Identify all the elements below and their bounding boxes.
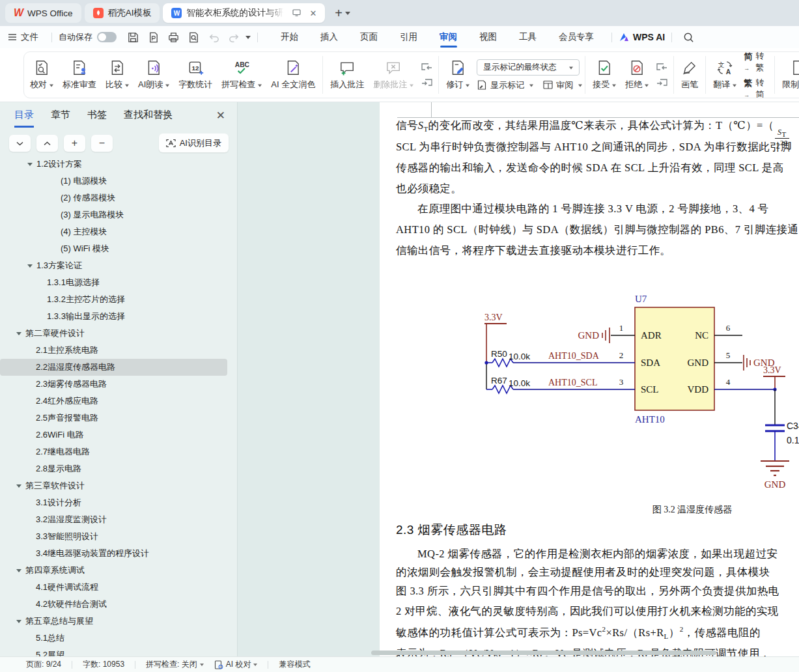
print-preview-icon[interactable] [188,31,200,44]
collapse-arrow-icon[interactable] [16,484,21,490]
ai-polish-button[interactable]: AI 全文润色 [266,59,320,91]
show-markup-button[interactable]: 显示标记 [477,79,533,91]
sidebar-tab[interactable]: 章节 [51,109,70,128]
delete-comment-button[interactable]: 删除批注 [369,59,418,91]
collapse-up-button[interactable] [36,135,58,152]
document-page[interactable]: 信号ST的变化而改变，其结果用温度℃来表示，具体公式计算为：T（℃）=（ST22… [380,102,799,656]
toc-item[interactable]: 第三章软件设计 [0,477,227,494]
menu-tab[interactable]: 工具 [508,26,548,48]
export-pdf-icon[interactable] [147,31,160,44]
collapse-arrow-icon[interactable] [16,569,21,575]
toc-item[interactable]: 2.1主控系统电路 [0,342,227,359]
figure-circuit-diagram[interactable]: U7 AHT10 1 2 3 6 5 4 ADR [469,287,799,495]
to-simplified-button[interactable]: 繁→ 转简 [744,77,764,99]
translate-button[interactable]: 文 A 翻译 [708,59,741,91]
file-menu[interactable]: 文件 [8,31,38,43]
redo-icon[interactable] [228,31,240,44]
sidebar-tab[interactable]: 书签 [87,109,107,128]
to-traditional-button[interactable]: 简→ 转繁 [744,51,764,74]
standard-review-button[interactable]: 标准审查 [58,59,101,91]
undo-icon[interactable] [208,31,220,44]
collapse-arrow-icon[interactable] [27,163,33,169]
toc-item[interactable]: 2.7继电器电路 [0,443,227,460]
toc-item[interactable]: 3.2温湿度监测设计 [0,511,227,528]
autosave-toggle[interactable] [97,32,117,42]
toc-item[interactable]: (5) WiFi 模块 [0,240,227,257]
tab-docer-templates[interactable]: 稻壳AI模板 [85,3,160,23]
ai-read-aloud-button[interactable]: AI朗读 [133,59,174,91]
horizontal-scrollbar-thumb[interactable] [371,651,716,655]
toc-item[interactable]: 3.1设计分析 [0,494,227,511]
menu-tab[interactable]: 审阅 [428,26,468,48]
redo-caret-icon[interactable] [245,36,251,42]
spellcheck-status[interactable]: 拼写检查: 关闭 [146,659,204,670]
menu-tab[interactable]: 引用 [389,26,428,48]
toc-item[interactable]: 3.3智能照明设计 [0,528,227,545]
toc-item[interactable]: 第二章硬件设计 [0,325,227,342]
expand-all-button[interactable]: + [64,135,85,152]
ai-recognize-toc-button[interactable]: AI识别目录 [159,133,229,152]
tab-wps-office[interactable]: W WPS Office [5,3,81,23]
close-tab-icon[interactable]: ✕ [309,8,316,18]
proofread-button[interactable]: 校对 [25,59,58,91]
new-tab-button[interactable]: + [335,6,343,21]
toc-item[interactable]: (4) 主控模块 [0,223,227,240]
menu-tab[interactable]: 开始 [270,26,309,48]
toc-item[interactable]: 5.1总结 [0,630,227,647]
menu-tab[interactable]: 会员专享 [548,26,605,48]
sidebar-tab[interactable]: 查找和替换 [124,109,173,128]
spell-check-button[interactable]: ABC 拼写检查 [217,59,266,91]
collapse-all-button[interactable]: − [91,135,113,152]
menu-tab[interactable]: 插入 [309,26,349,48]
toc-item[interactable]: 1.3.3输出显示的选择 [0,308,227,325]
toc-item[interactable]: 2.3烟雾传感器电路 [0,376,227,393]
word-count-button[interactable]: 12 字数统计 [174,59,217,91]
tab-list-caret-icon[interactable] [345,12,350,18]
toc-item[interactable]: 3.4继电器驱动装置的程序设计 [0,545,227,562]
next-comment-icon[interactable] [421,78,433,88]
close-sidebar-icon[interactable]: ✕ [216,109,225,122]
restrict-editing-button[interactable]: 限制编辑 [778,59,799,91]
brush-button[interactable]: 画笔 [677,59,703,91]
next-revision-icon[interactable] [656,78,668,88]
toc-item[interactable]: 4.2软硬件结合测试 [0,596,227,613]
group-expand-icon[interactable]: ↘ [765,97,770,99]
collapse-arrow-icon[interactable] [16,620,21,626]
document-canvas[interactable]: 信号ST的变化而改变，其结果用温度℃来表示，具体公式计算为：T（℃）=（ST22… [238,102,799,656]
toc-item[interactable]: 2.6WiFi 电路 [0,427,227,443]
compare-button[interactable]: 比较 [101,59,133,91]
wps-ai-button[interactable]: WPS AI [619,32,665,42]
collapse-arrow-icon[interactable] [27,264,33,270]
toc-item[interactable]: 1.3.2主控芯片的选择 [0,291,227,308]
markup-state-select[interactable]: 显示标记的最终状态 [477,59,580,76]
search-icon[interactable] [682,31,695,44]
toc-item[interactable]: 第五章总结与展望 [0,613,227,630]
toc-item[interactable]: 第四章系统调试 [0,562,227,579]
toc-item[interactable]: 2.5声音报警电路 [0,410,227,427]
print-icon[interactable] [167,31,180,44]
toc-item[interactable]: 2.4红外感应电路 [0,393,227,410]
tab-document[interactable]: W 智能衣柜系统的设计与研究 ✕ [163,3,325,23]
ai-proofread-status[interactable]: AI 校对 [214,659,258,670]
reject-revision-button[interactable]: 拒绝 [621,59,653,91]
expand-down-button[interactable] [9,135,31,152]
previous-revision-icon[interactable] [656,63,668,72]
toc-item[interactable]: 5.2展望 [0,647,227,656]
toc-item[interactable]: 1.3方案论证 [0,257,227,274]
previous-comment-icon[interactable] [421,63,433,72]
save-icon[interactable] [127,31,139,44]
track-changes-button[interactable]: 修订 [442,59,474,91]
toc-item[interactable]: (3) 显示电路模块 [0,206,227,223]
toc-item[interactable]: (1) 电源模块 [0,173,227,189]
insert-comment-button[interactable]: 插入批注 [326,59,369,91]
accept-revision-button[interactable]: 接受 [588,59,621,91]
menu-tab[interactable]: 页面 [349,26,389,48]
toc-item[interactable]: 2.2温湿度传感器电路 [0,359,227,376]
window-mode-icon[interactable] [292,8,301,18]
toc-item[interactable]: 1.2设计方案 [0,156,227,173]
toc-item[interactable]: 1.3.1电源选择 [0,274,227,291]
toc-item[interactable]: (2) 传感器模块 [0,189,227,206]
review-pane-button[interactable]: 审阅 [542,79,582,91]
collapse-arrow-icon[interactable] [16,332,21,338]
toc-item[interactable]: 4.1硬件调试流程 [0,579,227,596]
